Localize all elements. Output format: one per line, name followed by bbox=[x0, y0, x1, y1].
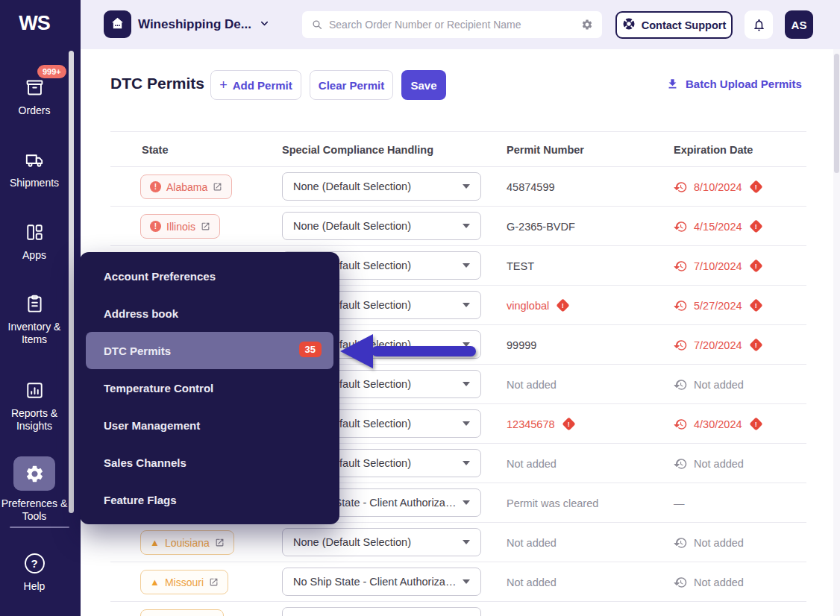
compliance-select[interactable] bbox=[282, 607, 481, 616]
clear-permit-button[interactable]: Clear Permit bbox=[310, 70, 393, 100]
warning-triangle-icon: ▲ bbox=[150, 577, 160, 587]
window-scrollbar-thumb[interactable] bbox=[834, 54, 839, 173]
menu-item-temperature-control[interactable]: Temperature Control bbox=[80, 369, 339, 406]
expiration-date: 7/20/2024 bbox=[694, 339, 742, 351]
sidebar-item-label: Reports & Insights bbox=[0, 407, 69, 433]
expiration-date-cell: 7/10/2024 bbox=[674, 246, 761, 286]
permit-number-cell: Not added bbox=[507, 444, 557, 483]
compliance-select[interactable]: None (Default Selection) bbox=[282, 172, 481, 201]
menu-item-label: Feature Flags bbox=[104, 494, 177, 506]
permit-number-cell: Not added bbox=[507, 523, 557, 562]
notifications-button[interactable] bbox=[745, 10, 773, 39]
save-button[interactable]: Save bbox=[401, 70, 446, 100]
compliance-select[interactable]: None (Default Selection) bbox=[282, 528, 481, 556]
expiration-date: — bbox=[674, 497, 685, 509]
expiration-date-cell: 4/15/2024 bbox=[674, 207, 761, 246]
menu-item-user-management[interactable]: User Management bbox=[80, 406, 339, 444]
search-icon bbox=[311, 19, 323, 31]
external-link-icon bbox=[215, 538, 225, 547]
permit-number: 45874599 bbox=[507, 181, 555, 193]
state-chip[interactable]: !Alabama bbox=[140, 175, 232, 199]
table-row: !IllinoisNone (Default Selection)G-2365-… bbox=[110, 207, 806, 246]
sidebar-item-apps[interactable]: Apps bbox=[0, 222, 69, 262]
state-label: Illinois bbox=[166, 221, 195, 233]
avatar[interactable]: AS bbox=[785, 10, 813, 39]
sidebar-item-label: Orders bbox=[0, 104, 69, 117]
expiration-date: 5/27/2024 bbox=[694, 300, 742, 312]
box-icon bbox=[25, 78, 45, 98]
chevron-down-icon bbox=[463, 579, 470, 584]
menu-item-account-preferences[interactable]: Account Preferences bbox=[80, 257, 339, 295]
history-clock-icon bbox=[674, 576, 687, 589]
search-settings-gear-icon[interactable] bbox=[581, 19, 593, 31]
compliance-selected-value: No Ship State - Client Authorizati... bbox=[293, 576, 457, 588]
org-selector[interactable]: Wineshipping De... bbox=[138, 0, 270, 49]
menu-item-label: User Management bbox=[104, 419, 200, 432]
menu-item-sales-channels[interactable]: Sales Channels bbox=[80, 444, 339, 481]
chevron-down-icon bbox=[463, 382, 470, 386]
sidebar-item-preferences[interactable]: Preferences & Tools bbox=[0, 456, 69, 523]
permit-number-cell: 12345678 bbox=[507, 404, 574, 444]
chevron-down-icon bbox=[463, 303, 470, 307]
sidebar-item-orders[interactable]: 999+Orders bbox=[0, 78, 69, 117]
preferences-tools-menu: Account PreferencesAddress bookDTC Permi… bbox=[80, 252, 339, 524]
app-logo: WS bbox=[0, 12, 69, 35]
sidebar-item-inventory[interactable]: Inventory & Items bbox=[0, 294, 69, 346]
history-clock-icon bbox=[674, 418, 687, 431]
chevron-down-icon bbox=[463, 500, 470, 505]
column-header-compliance: Special Compliance Handling bbox=[282, 144, 433, 156]
error-diamond-icon bbox=[749, 417, 762, 430]
batch-upload-permits-link[interactable]: Batch Upload Permits bbox=[666, 78, 802, 90]
chevron-down-icon bbox=[463, 540, 470, 544]
permit-number-cell: G-2365-BVDF bbox=[507, 207, 575, 246]
search-box bbox=[302, 11, 602, 38]
help-icon: ? bbox=[25, 553, 45, 573]
plus-icon: + bbox=[219, 78, 228, 92]
state-chip[interactable]: ▲Louisiana bbox=[140, 530, 234, 555]
orders-count-badge: 999+ bbox=[37, 65, 66, 78]
permit-number: Not added bbox=[507, 379, 557, 391]
sidebar-item-help[interactable]: ? Help bbox=[0, 553, 69, 593]
save-label: Save bbox=[410, 79, 436, 92]
history-clock-icon bbox=[674, 378, 687, 392]
expiration-date: 4/15/2024 bbox=[694, 221, 742, 233]
sidebar-item-reports[interactable]: Reports & Insights bbox=[0, 380, 69, 433]
home-button[interactable] bbox=[104, 10, 131, 38]
expiration-date-cell: Not added bbox=[674, 523, 744, 562]
compliance-selected-value: None (Default Selection) bbox=[293, 220, 457, 232]
column-header-permit-number: Permit Number bbox=[507, 144, 584, 156]
state-chip[interactable]: ▲Missouri bbox=[140, 570, 228, 594]
history-clock-icon bbox=[674, 299, 687, 312]
state-chip[interactable]: !Illinois bbox=[140, 214, 220, 239]
sidebar-scrollbar[interactable] bbox=[69, 51, 74, 513]
external-link-icon bbox=[213, 182, 222, 192]
compliance-select[interactable]: No Ship State - Client Authorizati... bbox=[282, 568, 481, 596]
permit-number: 12345678 bbox=[507, 418, 555, 430]
permit-number-cell: Not added bbox=[507, 562, 557, 602]
permit-number-cell: 99999 bbox=[507, 325, 536, 365]
table-row: !AlabamaNone (Default Selection)45874599… bbox=[110, 167, 806, 207]
sidebar-item-label: Preferences & Tools bbox=[0, 497, 69, 523]
menu-item-feature-flags[interactable]: Feature Flags bbox=[80, 481, 339, 518]
window-scrollbar-track[interactable] bbox=[833, 49, 840, 616]
column-header-state: State bbox=[142, 144, 168, 156]
external-link-icon bbox=[209, 577, 219, 587]
menu-item-label: DTC Permits bbox=[104, 345, 171, 357]
menu-item-dtc-permits[interactable]: DTC Permits35 bbox=[86, 332, 333, 369]
gear-icon bbox=[25, 464, 45, 484]
permit-number-cell: 45874599 bbox=[507, 167, 555, 207]
sidebar-item-shipments[interactable]: Shipments bbox=[0, 150, 69, 189]
state-label: Louisiana bbox=[165, 537, 210, 549]
top-header: Wineshipping De... Contact Support AS bbox=[81, 0, 840, 49]
error-icon: ! bbox=[150, 221, 161, 232]
permit-number: G-2365-BVDF bbox=[507, 221, 575, 233]
state-chip[interactable]: ▲ bbox=[140, 609, 224, 616]
contact-support-button[interactable]: Contact Support bbox=[615, 11, 733, 39]
permit-number: Not added bbox=[507, 576, 557, 588]
compliance-select[interactable]: None (Default Selection) bbox=[282, 212, 481, 240]
search-input[interactable] bbox=[329, 19, 581, 31]
permit-number-cell: Not added bbox=[507, 365, 557, 404]
menu-item-address-book[interactable]: Address book bbox=[80, 295, 339, 332]
add-permit-button[interactable]: + Add Permit bbox=[210, 70, 301, 100]
menu-item-label: Account Preferences bbox=[104, 270, 216, 283]
